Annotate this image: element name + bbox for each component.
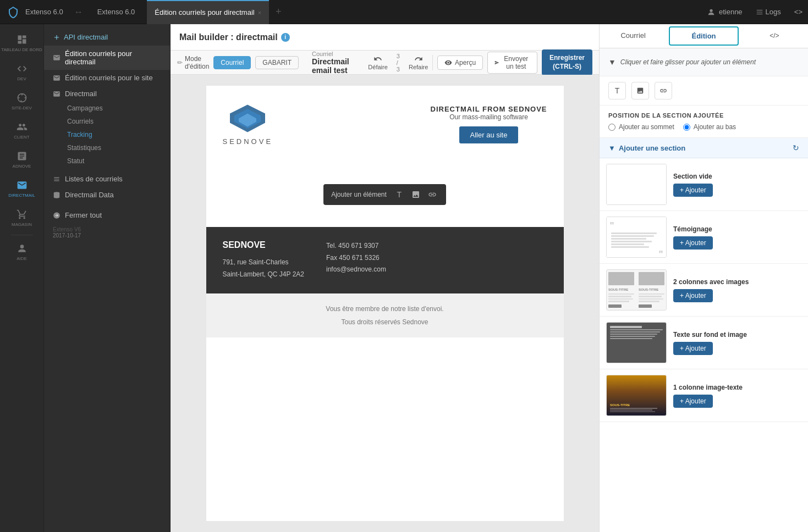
section-thumb-bg-text xyxy=(606,322,667,363)
hint-text: Cliquer et faire glisser pour ajouter un… xyxy=(620,57,756,67)
svg-point-1 xyxy=(20,245,24,248)
text-element-icon[interactable]: T xyxy=(393,189,405,201)
right-panel: Courriel Édition </> ▼ Cliquer et faire … xyxy=(599,24,808,532)
image-element-icon[interactable] xyxy=(410,189,422,201)
hint-box: ▼ Cliquer et faire glisser pour ajouter … xyxy=(600,48,808,76)
app-logo xyxy=(6,4,21,20)
sidebar-item-site-dev[interactable]: SITE-DEV xyxy=(0,87,43,116)
app-name: Extenso 6.0 xyxy=(25,8,63,16)
footer-list-text: Vous être membre de notre liste d'envoi. xyxy=(215,302,555,315)
add-section-temoignage-btn[interactable]: + Ajouter xyxy=(673,236,713,250)
sidebar-item-directmail[interactable]: DIRECTMAIL xyxy=(0,174,43,203)
link-element-icon[interactable] xyxy=(426,189,438,201)
gabarit-mode-btn[interactable]: GABARIT xyxy=(255,56,299,69)
nav-fermer-tout[interactable]: Fermer tout xyxy=(44,207,170,223)
nav-sub-courriels[interactable]: Courriels xyxy=(44,115,170,128)
sidebar-item-dev[interactable]: DEV xyxy=(0,58,43,87)
nav-item-edition-site[interactable]: Édition courriels pour le site xyxy=(44,70,170,86)
email-canvas-wrapper: SEDNOVE DIRECTMAIL FROM SEDNOVE Our mass… xyxy=(171,75,599,532)
text-tool-btn[interactable]: T xyxy=(608,82,626,99)
add-section-header: ▼ Ajouter une section ↻ xyxy=(600,138,808,158)
radio-bas[interactable]: Ajouter au bas xyxy=(683,123,736,131)
section-info-vide: Section vide + Ajouter xyxy=(673,173,801,197)
email-footer-light: Vous être membre de notre liste d'envoi.… xyxy=(206,293,564,337)
mail-builder-title: Mail builder : directmail i xyxy=(179,32,290,42)
right-panel-tabs: Courriel Édition </> xyxy=(600,24,808,48)
nav-sub-campagnes[interactable]: Campagnes xyxy=(44,102,170,115)
apercu-button[interactable]: Aperçu xyxy=(437,56,483,70)
svg-point-0 xyxy=(710,9,712,12)
tab-code[interactable]: </> xyxy=(741,24,808,48)
add-section-title: ▼ Ajouter une section xyxy=(608,144,685,152)
tab-courriel[interactable]: Courriel xyxy=(600,24,667,48)
add-section-1col-img-btn[interactable]: + Ajouter xyxy=(673,395,713,408)
nav-item-edition-courriels[interactable]: Édition courriels pour directmail xyxy=(44,46,170,70)
section-template-vide: Section vide + Ajouter xyxy=(600,158,808,211)
nav-sub-tracking[interactable]: Tracking xyxy=(44,128,170,141)
tab-extenso[interactable]: Extenso 6.0 xyxy=(90,0,143,24)
sidebar-item-tableau-de-bord[interactable]: TABLEAU DE BORD xyxy=(0,29,43,58)
tab-edition-courriels[interactable]: Édition courriels pour directmail × xyxy=(147,0,269,24)
courriel-mode-btn[interactable]: Courriel xyxy=(213,56,251,69)
email-empty-section: Ajouter un élément T xyxy=(206,162,564,227)
send-test-button[interactable]: Envoyer un test xyxy=(487,52,537,74)
nav-panel: API directmail Édition courriels pour di… xyxy=(44,24,171,532)
hint-collapse-icon[interactable]: ▼ xyxy=(608,58,616,66)
version-info: Extenso V6 2017-10-17 xyxy=(44,223,170,242)
section-name-temoignage: Témoignage xyxy=(673,225,801,233)
redo-button[interactable]: Refaire xyxy=(409,54,428,70)
from-sub: Our mass-mailing software xyxy=(431,113,547,121)
sidebar: TABLEAU DE BORD DEV SITE-DEV CLIENT ADNO… xyxy=(0,24,44,532)
nav-item-directmail[interactable]: Directmail xyxy=(44,86,170,102)
add-element-label: Ajouter un élément xyxy=(331,191,387,198)
refresh-icon[interactable]: ↻ xyxy=(793,143,799,152)
sednove-logo-text: SEDNOVE xyxy=(223,137,273,146)
tab-add-icon[interactable]: + xyxy=(276,6,282,18)
section-thumb-temoignage: " " xyxy=(606,217,667,258)
nav-sub-statut[interactable]: Statut xyxy=(44,154,170,168)
section-info-temoignage: Témoignage + Ajouter xyxy=(673,225,801,250)
section-template-temoignage: " " Témoignage + Ajoute xyxy=(600,211,808,264)
sednove-logo: SEDNOVE xyxy=(223,102,273,146)
tab-close-icon[interactable]: × xyxy=(258,9,261,16)
section-thumb-vide xyxy=(606,164,667,205)
nav-sub-statistiques[interactable]: Statistiques xyxy=(44,141,170,154)
content-area: Mail builder : directmail i ✏ Mode d'édi… xyxy=(171,24,599,532)
link-tool-btn[interactable] xyxy=(655,82,672,99)
section-name-2col: 2 colonnes avec images xyxy=(673,278,801,286)
logs-button[interactable]: Logs xyxy=(756,8,781,16)
save-button[interactable]: Enregistrer (CTRL-S) xyxy=(542,49,592,75)
user-menu[interactable]: etienne xyxy=(707,8,743,16)
nav-item-directmail-data[interactable]: Directmail Data xyxy=(44,187,170,203)
undo-button[interactable]: Défaire xyxy=(368,54,387,70)
courriel-info: Courriel Directmail email test xyxy=(312,51,359,75)
radio-sommet[interactable]: Ajouter au sommet xyxy=(608,123,674,131)
api-directmail-item[interactable]: API directmail xyxy=(44,29,170,46)
mode-bar: ✏ Mode d'édition Courriel GABARIT Courri… xyxy=(171,51,599,75)
section-name-bg-text: Texte sur fond et image xyxy=(673,331,801,339)
image-tool-btn[interactable] xyxy=(631,82,649,99)
code-toggle-button[interactable]: <> xyxy=(794,8,802,16)
sidebar-item-magasin[interactable]: MAGASIN xyxy=(0,203,43,232)
position-radio-group: Ajouter au sommet Ajouter au bas xyxy=(608,123,799,131)
section-name-vide: Section vide xyxy=(673,173,801,180)
sidebar-item-adnove[interactable]: ADNOVE xyxy=(0,145,43,174)
section-thumb-2col: SOUS-TITRE SOUS-TITRE xyxy=(606,269,667,311)
email-header-section: SEDNOVE DIRECTMAIL FROM SEDNOVE Our mass… xyxy=(206,86,564,162)
section-collapse-icon[interactable]: ▼ xyxy=(608,144,615,152)
nav-item-listes-courriels[interactable]: Listes de courriels xyxy=(44,171,170,187)
add-section-bg-text-btn[interactable]: + Ajouter xyxy=(673,342,713,355)
right-panel-content: ▼ Cliquer et faire glisser pour ajouter … xyxy=(600,48,808,532)
top-bar: Extenso 6.0 ↔ Extenso 6.0 Édition courri… xyxy=(0,0,808,24)
info-icon[interactable]: i xyxy=(281,33,290,42)
tab-edition[interactable]: Édition xyxy=(669,26,738,46)
sidebar-item-client[interactable]: CLIENT xyxy=(0,116,43,145)
section-info-bg-text: Texte sur fond et image + Ajouter xyxy=(673,331,801,355)
aller-au-site-button[interactable]: Aller au site xyxy=(459,126,519,143)
add-section-2col-btn[interactable]: + Ajouter xyxy=(673,289,713,302)
section-template-1col-img: SOUS-TITRE 1 colonne image-texte + Ajout… xyxy=(600,369,808,422)
footer-address: 791, rue Saint-Charles Saint-Lambert, QC… xyxy=(223,257,305,280)
sidebar-item-aide[interactable]: AIDE xyxy=(0,237,43,267)
email-header-right: DIRECTMAIL FROM SEDNOVE Our mass-mailing… xyxy=(431,105,547,143)
add-section-vide-btn[interactable]: + Ajouter xyxy=(673,184,713,197)
